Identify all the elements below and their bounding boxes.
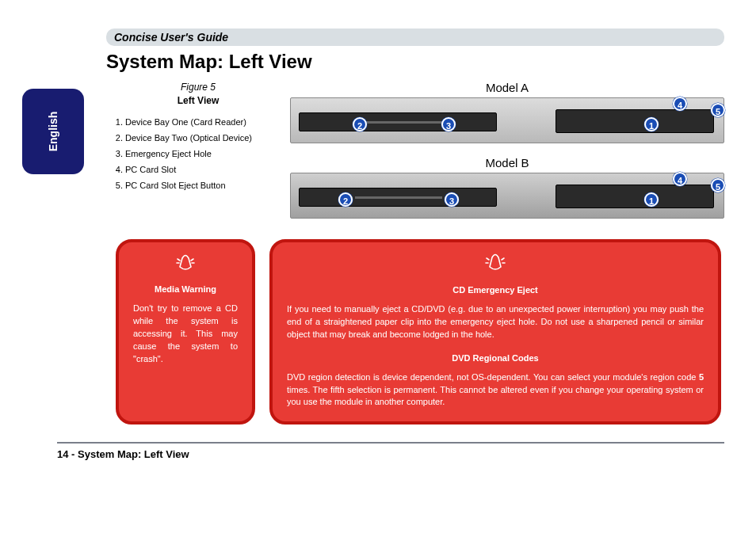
- warning-icon: [133, 253, 238, 279]
- callout-5-icon: 5: [711, 178, 725, 192]
- media-warning-title: Media Warning: [133, 284, 238, 296]
- footer-rule: [57, 442, 724, 444]
- model-b-block: Model B 2 3 1 4 5: [290, 156, 724, 219]
- eject-warning-body: If you need to manually eject a CD/DVD (…: [287, 303, 704, 341]
- model-a-label: Model A: [290, 81, 724, 94]
- callout-2-icon: 2: [353, 117, 367, 131]
- legend-item: Device Bay Two (Optical Device): [125, 132, 290, 145]
- legend-item: PC Card Slot: [125, 164, 290, 177]
- eject-warning-box: CD Emergency Eject If you need to manual…: [269, 239, 721, 424]
- page-title: System Map: Left View: [106, 51, 724, 73]
- media-warning-box: Media Warning Don't try to remove a CD w…: [116, 239, 255, 424]
- eject-warning-title: CD Emergency Eject: [287, 284, 704, 297]
- callout-4-icon: 4: [673, 97, 687, 111]
- dvd-codes-body: DVD region detection is device dependent…: [287, 371, 704, 409]
- svg-line-0: [178, 259, 180, 261]
- legend-item: Device Bay One (Card Reader): [125, 116, 290, 129]
- dvd-codes-body-a: DVD region detection is device dependent…: [287, 372, 699, 382]
- callout-1-icon: 1: [644, 117, 659, 131]
- model-b-device: 2 3 1 4 5: [290, 173, 724, 219]
- callout-3-icon: 3: [445, 192, 459, 207]
- footer-text: 14 - System Map: Left View: [57, 448, 724, 460]
- figure-caption: Figure 5: [106, 81, 290, 94]
- callout-2-icon: 2: [338, 192, 353, 207]
- content-row: Figure 5 Left View Device Bay One (Card …: [29, 81, 724, 231]
- dvd-codes-title: DVD Regional Codes: [287, 352, 704, 365]
- dvd-codes-bold: 5: [699, 372, 704, 382]
- footer-page-number: 14 -: [57, 448, 78, 460]
- warnings-row: Media Warning Don't try to remove a CD w…: [29, 239, 724, 424]
- card-slot-icon: [556, 185, 714, 208]
- dvd-codes-body-b: times. The fifth selection is permanent.…: [287, 385, 704, 407]
- svg-line-4: [487, 258, 489, 260]
- card-slot-icon: [556, 109, 714, 133]
- model-a-device: 2 3 1 4 5: [290, 97, 724, 143]
- legend-column: Figure 5 Left View Device Bay One (Card …: [106, 81, 290, 195]
- header-title: Concise User's Guide: [114, 31, 228, 44]
- svg-line-6: [502, 258, 504, 260]
- legend-item: Emergency Eject Hole: [125, 148, 290, 161]
- optical-drive-icon: [299, 112, 497, 131]
- language-label: English: [47, 112, 59, 152]
- diagrams-column: Model A 2 3 1 4 5 Model B 2 3 1 4 5: [290, 81, 724, 231]
- callout-3-icon: 3: [441, 117, 456, 131]
- model-a-block: Model A 2 3 1 4 5: [290, 81, 724, 143]
- optical-drive-icon: [299, 188, 497, 207]
- callout-5-icon: 5: [711, 103, 725, 117]
- callout-4-icon: 4: [673, 172, 687, 186]
- language-tab: English: [22, 89, 84, 174]
- warning-icon: [287, 253, 704, 280]
- figure-subcaption: Left View: [106, 94, 290, 108]
- svg-line-2: [191, 259, 193, 261]
- legend-list: Device Bay One (Card Reader) Device Bay …: [114, 116, 290, 192]
- header-bar: Concise User's Guide: [106, 29, 724, 46]
- footer-title: System Map: Left View: [78, 448, 189, 460]
- callout-1-icon: 1: [644, 192, 659, 207]
- media-warning-body: Don't try to remove a CD while the syste…: [133, 303, 238, 366]
- legend-item: PC Card Slot Eject Button: [125, 180, 290, 192]
- model-b-label: Model B: [290, 156, 724, 169]
